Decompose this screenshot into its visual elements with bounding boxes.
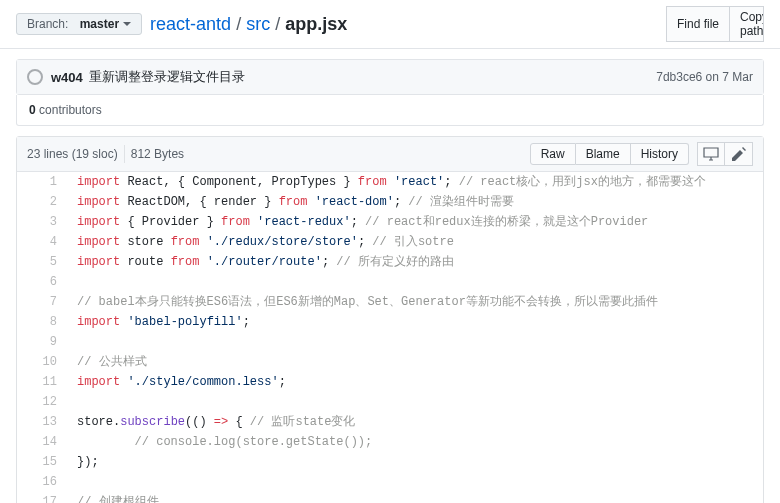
code-table: 1import React, { Component, PropTypes } … bbox=[17, 172, 763, 503]
chevron-down-icon bbox=[123, 22, 131, 26]
line-number[interactable]: 13 bbox=[17, 412, 67, 432]
desktop-icon bbox=[703, 147, 719, 161]
commit-box: w404 重新调整登录逻辑文件目录 7db3ce6 on 7 Mar bbox=[16, 59, 764, 95]
code-line bbox=[67, 332, 763, 352]
line-number[interactable]: 1 bbox=[17, 172, 67, 192]
code-line bbox=[67, 272, 763, 292]
line-number[interactable]: 16 bbox=[17, 472, 67, 492]
breadcrumb-file: app.jsx bbox=[285, 14, 347, 34]
line-number[interactable]: 10 bbox=[17, 352, 67, 372]
raw-button[interactable]: Raw bbox=[530, 143, 576, 165]
line-number[interactable]: 7 bbox=[17, 292, 67, 312]
file-box: 23 lines (19 sloc) 812 Bytes Raw Blame H… bbox=[16, 136, 764, 503]
commit-row: w404 重新调整登录逻辑文件目录 7db3ce6 on 7 Mar bbox=[17, 60, 763, 94]
history-button[interactable]: History bbox=[631, 143, 689, 165]
line-number[interactable]: 8 bbox=[17, 312, 67, 332]
code-line bbox=[67, 392, 763, 412]
line-number[interactable]: 3 bbox=[17, 212, 67, 232]
commit-sha[interactable]: 7db3ce6 bbox=[656, 70, 702, 84]
commit-message[interactable]: 重新调整登录逻辑文件目录 bbox=[89, 68, 245, 86]
commit-meta: 7db3ce6 on 7 Mar bbox=[656, 70, 753, 84]
code-line: store.subscribe(() => { // 监听state变化 bbox=[67, 412, 763, 432]
contributors-row: 0 contributors bbox=[16, 95, 764, 126]
line-number[interactable]: 17 bbox=[17, 492, 67, 503]
commit-author[interactable]: w404 bbox=[51, 70, 83, 85]
line-number[interactable]: 15 bbox=[17, 452, 67, 472]
branch-name: master bbox=[80, 17, 119, 31]
code-line: import store from './redux/store/store';… bbox=[67, 232, 763, 252]
code-line: }); bbox=[67, 452, 763, 472]
file-header: 23 lines (19 sloc) 812 Bytes Raw Blame H… bbox=[17, 137, 763, 172]
code-line: import './style/common.less'; bbox=[67, 372, 763, 392]
code-line: // babel本身只能转换ES6语法，但ES6新增的Map、Set、Gener… bbox=[67, 292, 763, 312]
code-line: import React, { Component, PropTypes } f… bbox=[67, 172, 763, 192]
pencil-icon-button[interactable] bbox=[725, 142, 753, 166]
breadcrumb: react-antd / src / app.jsx bbox=[150, 14, 347, 35]
branch-label: Branch: bbox=[27, 17, 68, 31]
desktop-icon-button[interactable] bbox=[697, 142, 725, 166]
line-number[interactable]: 6 bbox=[17, 272, 67, 292]
code-line: import { Provider } from 'react-redux'; … bbox=[67, 212, 763, 232]
line-number[interactable]: 11 bbox=[17, 372, 67, 392]
line-number[interactable]: 9 bbox=[17, 332, 67, 352]
file-bytes: 812 Bytes bbox=[131, 147, 184, 161]
code-line: import 'babel-polyfill'; bbox=[67, 312, 763, 332]
breadcrumb-repo[interactable]: react-antd bbox=[150, 14, 231, 34]
divider bbox=[124, 145, 125, 163]
copy-path-button[interactable]: Copy path bbox=[730, 6, 764, 42]
line-number[interactable]: 12 bbox=[17, 392, 67, 412]
pencil-icon bbox=[732, 147, 746, 161]
top-actions: Find file Copy path bbox=[666, 6, 764, 42]
breadcrumb-dir[interactable]: src bbox=[246, 14, 270, 34]
line-number[interactable]: 14 bbox=[17, 432, 67, 452]
line-number[interactable]: 5 bbox=[17, 252, 67, 272]
find-file-button[interactable]: Find file bbox=[666, 6, 730, 42]
code-line: // 公共样式 bbox=[67, 352, 763, 372]
line-number[interactable]: 4 bbox=[17, 232, 67, 252]
code-line: // 创建根组件 bbox=[67, 492, 763, 503]
code-line: import ReactDOM, { render } from 'react-… bbox=[67, 192, 763, 212]
file-action-group: Raw Blame History bbox=[530, 143, 689, 165]
contributors-count: 0 bbox=[29, 103, 36, 117]
line-number[interactable]: 2 bbox=[17, 192, 67, 212]
blame-button[interactable]: Blame bbox=[576, 143, 631, 165]
file-lines: 23 lines (19 sloc) bbox=[27, 147, 118, 161]
commit-author-avatar bbox=[27, 69, 43, 85]
code-line: import route from './router/route'; // 所… bbox=[67, 252, 763, 272]
code-line bbox=[67, 472, 763, 492]
code-line: // console.log(store.getState()); bbox=[67, 432, 763, 452]
branch-selector[interactable]: Branch: master bbox=[16, 13, 142, 35]
top-bar: Branch: master react-antd / src / app.js… bbox=[0, 0, 780, 49]
contributors-label: contributors bbox=[39, 103, 102, 117]
commit-date: 7 Mar bbox=[722, 70, 753, 84]
